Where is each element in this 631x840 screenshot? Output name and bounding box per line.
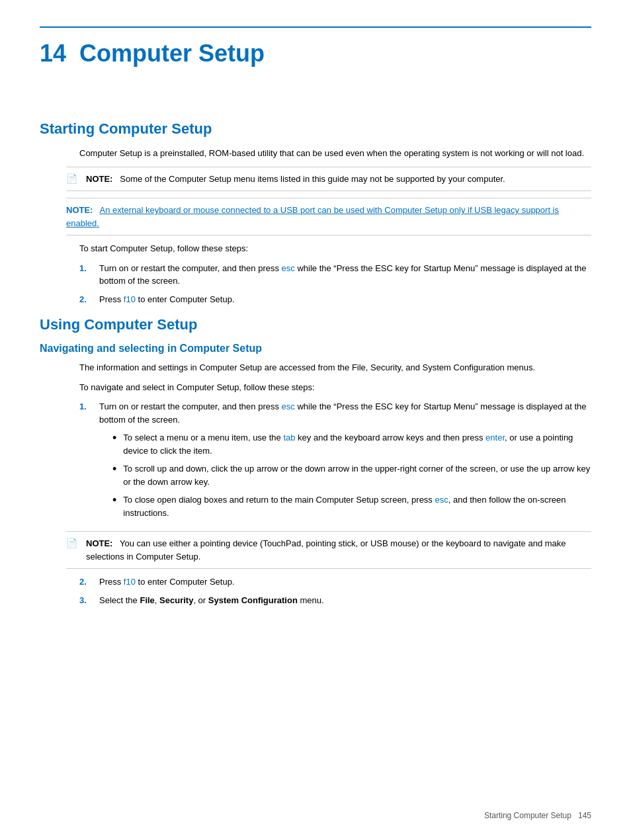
navigating-step-1: 1. Turn on or restart the computer, and … [79,400,591,525]
note-icon-1: 📄 [66,173,81,184]
bullet-dot-2: • [112,462,116,477]
bullet1-enter-link[interactable]: enter [485,433,505,442]
navigating-note-wrapper: 📄 NOTE: You can use either a pointing de… [66,531,591,569]
nav-step1-content: Turn on or restart the computer, and the… [99,400,591,525]
note1-content: NOTE: Some of the Computer Setup menu it… [86,173,591,186]
step1-esc-link[interactable]: esc [282,263,295,273]
note2-text: An external keyboard or mouse connected … [66,205,559,228]
note1-text: Some of the Computer Setup menu items li… [120,174,505,184]
starting-content: Computer Setup is a preinstalled, ROM-ba… [79,147,591,160]
navigating-note-box: 📄 NOTE: You can use either a pointing de… [66,531,591,569]
navigating-steps2-list: 2. Press f10 to enter Computer Setup. 3.… [79,575,591,607]
navigating-note-text: You can use either a pointing device (To… [86,538,566,562]
note2-content: NOTE: An external keyboard or mouse conn… [66,204,591,230]
sysconfig-bold: System Configuration [208,595,298,605]
starting-step-2: 2. Press f10 to enter Computer Setup. [79,293,591,306]
starting-section-title: Starting Computer Setup [40,120,591,138]
step2-number: 2. [79,293,93,306]
nav-step-3: 3. Select the File, Security, or System … [79,594,591,607]
nav-step2-content: Press f10 to enter Computer Setup. [99,575,591,589]
security-bold: Security [159,595,193,605]
using-section-title: Using Computer Setup [40,316,591,333]
file-bold: File [140,595,154,605]
footer-page-number: 145 [578,811,591,820]
navigating-content: The information and settings in Computer… [79,361,591,525]
chapter-title: 14 Computer Setup [40,40,591,67]
nav-step1-number: 1. [79,400,93,413]
note-icon-2: 📄 [66,538,81,548]
navigating-subsection: Navigating and selecting in Computer Set… [40,343,591,607]
nav-step2-number: 2. [79,575,93,589]
starting-step-1: 1. Turn on or restart the computer, and … [79,262,591,288]
step1-number: 1. [79,262,93,275]
note2-label: NOTE: [66,205,93,215]
nav-step2-f10-link[interactable]: f10 [124,577,136,587]
nav-step3-number: 3. [79,594,93,607]
nav-step1-bullets: • To select a menu or a menu item, use t… [112,431,591,519]
navigating-note-content: NOTE: You can use either a pointing devi… [86,537,591,563]
top-rule [40,26,591,28]
step1-content: Turn on or restart the computer, and the… [99,262,591,288]
note1-box: 📄 NOTE: Some of the Computer Setup menu … [66,167,591,192]
step2-f10-link[interactable]: f10 [124,294,136,304]
starting-intro2: To start Computer Setup, follow these st… [79,242,591,255]
nav-step1-esc-link[interactable]: esc [282,401,295,411]
starting-steps-list: 1. Turn on or restart the computer, and … [79,262,591,306]
note2-box: NOTE: An external keyboard or mouse conn… [66,198,591,235]
footer-section-text: Starting Computer Setup [484,811,571,820]
starting-intro: Computer Setup is a preinstalled, ROM-ba… [79,147,591,160]
starting-intro2-wrapper: To start Computer Setup, follow these st… [79,242,591,306]
navigating-note-label: NOTE: [86,538,112,548]
navigating-subsection-title: Navigating and selecting in Computer Set… [40,343,591,355]
bullet1-tab-link[interactable]: tab [283,433,295,442]
bullet-3-content: To close open dialog boxes and return to… [123,493,591,519]
bullet-1: • To select a menu or a menu item, use t… [112,431,591,457]
bullet-1-content: To select a menu or a menu item, use the… [123,431,591,457]
navigating-intro2: To navigate and select in Computer Setup… [79,381,591,394]
page-container: 14 Computer Setup Starting Computer Setu… [0,0,631,840]
starting-section: Starting Computer Setup Computer Setup i… [40,120,591,306]
note2-wrapper: NOTE: An external keyboard or mouse conn… [66,198,591,235]
using-section: Using Computer Setup Navigating and sele… [40,316,591,607]
note1-wrapper: 📄 NOTE: Some of the Computer Setup menu … [66,167,591,192]
bullet-3: • To close open dialog boxes and return … [112,493,591,519]
page-footer: Starting Computer Setup 145 [484,811,591,820]
note1-label: NOTE: [86,174,112,184]
chapter-title-text: Computer Setup [79,40,265,67]
navigating-steps-list: 1. Turn on or restart the computer, and … [79,400,591,525]
bullet-dot-1: • [112,431,116,446]
step2-content: Press f10 to enter Computer Setup. [99,293,591,306]
bullet-2-content: To scroll up and down, click the up arro… [123,462,591,488]
bullet-dot-3: • [112,493,116,508]
bullet3-esc-link[interactable]: esc [435,495,448,505]
navigating-intro1: The information and settings in Computer… [79,361,591,374]
nav-step-2: 2. Press f10 to enter Computer Setup. [79,575,591,589]
bullet-2: • To scroll up and down, click the up ar… [112,462,591,488]
chapter-number: 14 [40,40,66,67]
nav-step3-content: Select the File, Security, or System Con… [99,594,591,607]
navigating-steps2-wrapper: 2. Press f10 to enter Computer Setup. 3.… [79,575,591,607]
